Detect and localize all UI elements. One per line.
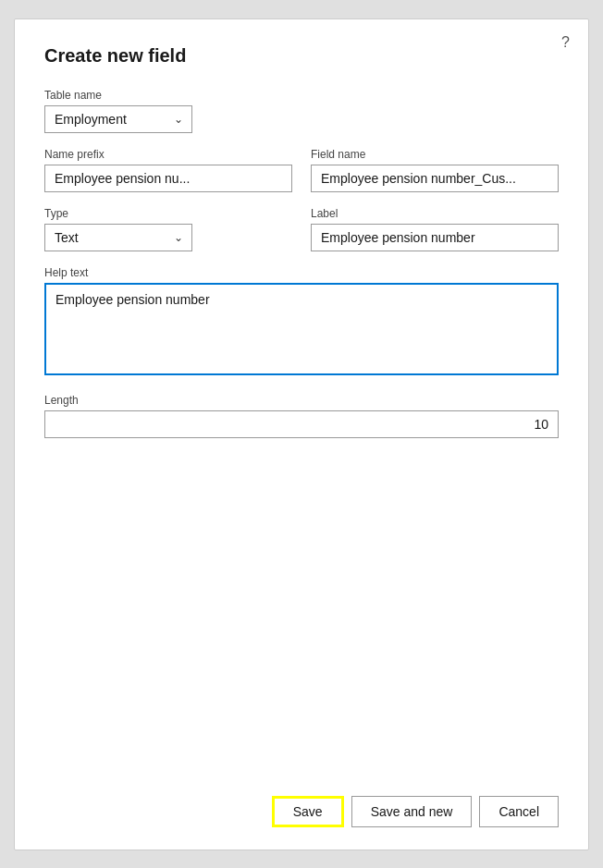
type-select[interactable]: Text Number Date Boolean	[44, 224, 192, 251]
type-col: Type Text Number Date Boolean ⌄	[44, 207, 292, 251]
name-prefix-label: Name prefix	[44, 148, 292, 161]
name-prefix-col: Name prefix	[44, 148, 292, 192]
table-name-select[interactable]: Employment Employee Contract	[44, 105, 192, 133]
length-group: Length	[44, 394, 559, 438]
cancel-button[interactable]: Cancel	[479, 796, 559, 827]
name-prefix-field-name-row: Name prefix Field name	[44, 148, 559, 192]
label-label: Label	[311, 207, 559, 220]
label-input[interactable]	[311, 224, 559, 251]
label-col: Label	[311, 207, 559, 251]
help-text-label: Help text	[44, 266, 559, 279]
save-button[interactable]: Save	[272, 796, 344, 827]
type-label: Type	[44, 207, 292, 220]
type-label-row: Type Text Number Date Boolean ⌄ Label	[44, 207, 559, 251]
footer: Save Save and new Cancel	[44, 781, 559, 827]
length-label: Length	[44, 394, 559, 407]
create-new-field-dialog: ? Create new field Table name Employment…	[14, 18, 589, 850]
help-text-textarea[interactable]: Employee pension number	[44, 283, 559, 375]
type-select-wrapper[interactable]: Text Number Date Boolean ⌄	[44, 224, 192, 251]
table-name-select-wrapper[interactable]: Employment Employee Contract ⌄	[44, 105, 192, 133]
field-name-col: Field name	[311, 148, 559, 192]
length-input[interactable]	[44, 410, 559, 438]
field-name-label: Field name	[311, 148, 559, 161]
table-name-label: Table name	[44, 89, 559, 102]
help-icon[interactable]: ?	[561, 34, 570, 51]
name-prefix-input[interactable]	[44, 165, 292, 192]
dialog-title: Create new field	[44, 45, 559, 67]
table-name-group: Table name Employment Employee Contract …	[44, 89, 559, 133]
field-name-input[interactable]	[311, 165, 559, 192]
save-and-new-button[interactable]: Save and new	[351, 796, 473, 827]
form-section: Table name Employment Employee Contract …	[44, 89, 559, 781]
help-text-group: Help text Employee pension number	[44, 266, 559, 379]
